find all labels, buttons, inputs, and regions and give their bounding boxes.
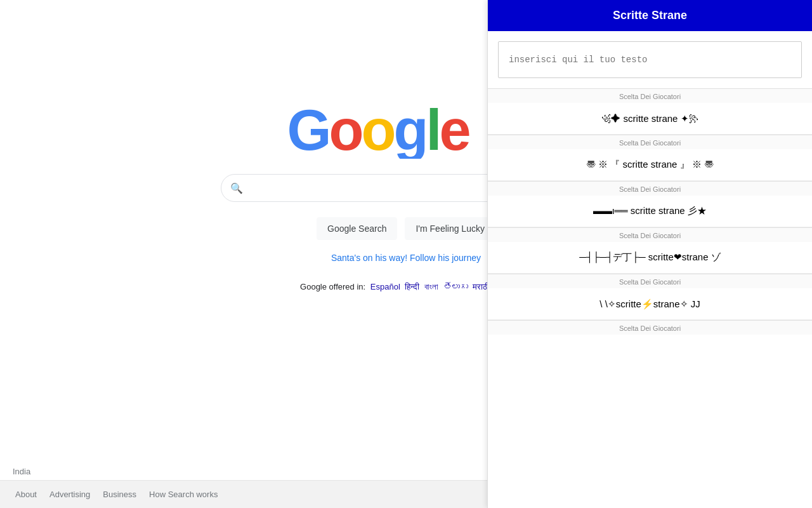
section-label-4: Scelta Dei Giocatori: [488, 228, 812, 242]
offered-in-label: Google offered in:: [300, 282, 365, 291]
panel-content[interactable]: Scelta Dei Giocatori ꧁✦ scritte strane ✦…: [488, 88, 812, 508]
style-option-4[interactable]: ─┤├─┤デ丁├─ scritte❤strane ゾ: [488, 242, 812, 274]
panel-header: Scritte Strane: [488, 0, 812, 31]
country-label: India: [13, 467, 30, 476]
style-option-3[interactable]: ▬▬ι══ scritte strane 彡★: [488, 196, 812, 227]
santa-link[interactable]: Santa's on his way! Follow his journey: [331, 253, 481, 263]
im-feeling-lucky-button[interactable]: I'm Feeling Lucky: [405, 217, 495, 240]
footer-about[interactable]: About: [15, 490, 37, 499]
footer-advertising[interactable]: Advertising: [49, 490, 90, 499]
scritte-strane-panel: Scritte Strane Scelta Dei Giocatori ꧁✦ s…: [487, 0, 812, 508]
search-icon: 🔍: [230, 182, 243, 194]
style-section-2: Scelta Dei Giocatori 〠 ※ 『 scritte stran…: [488, 135, 812, 181]
section-label-1: Scelta Dei Giocatori: [488, 89, 812, 103]
section-label-2: Scelta Dei Giocatori: [488, 135, 812, 149]
style-option-2[interactable]: 〠 ※ 『 scritte strane 』 ※ 〠: [488, 149, 812, 181]
search-buttons-container: Google Search I'm Feeling Lucky: [317, 217, 495, 240]
logo-letter-o2: o: [362, 102, 394, 159]
logo-letter-g: G: [287, 102, 329, 159]
lang-bangla[interactable]: বাংলা: [424, 282, 438, 291]
panel-text-input[interactable]: [498, 41, 802, 78]
logo-letter-g2: g: [393, 102, 426, 159]
lang-telugu[interactable]: తెలుగు: [443, 282, 468, 291]
style-section-4: Scelta Dei Giocatori ─┤├─┤デ丁├─ scritte❤s…: [488, 227, 812, 274]
style-option-1[interactable]: ꧁✦ scritte strane ✦꧂: [488, 103, 812, 135]
google-search-button[interactable]: Google Search: [317, 217, 397, 240]
style-text-2: 〠 ※ 『 scritte strane 』 ※ 〠: [586, 159, 714, 171]
style-section-1: Scelta Dei Giocatori ꧁✦ scritte strane ✦…: [488, 88, 812, 135]
lang-hindi[interactable]: हिन्दी: [405, 282, 419, 291]
section-label-3: Scelta Dei Giocatori: [488, 182, 812, 196]
footer-how-search-works[interactable]: How Search works: [149, 490, 218, 499]
style-section-6: Scelta Dei Giocatori: [488, 320, 812, 335]
logo-letter-l: l: [426, 102, 439, 159]
lang-espanol[interactable]: Español: [370, 282, 400, 291]
style-section-5: Scelta Dei Giocatori \ \✧scritte⚡strane✧…: [488, 274, 812, 320]
footer-business[interactable]: Business: [103, 490, 136, 499]
style-option-5[interactable]: \ \✧scritte⚡strane✧ JJ: [488, 288, 812, 320]
style-text-5: \ \✧scritte⚡strane✧ JJ: [599, 298, 700, 310]
santa-notice: Santa's on his way! Follow his journey: [331, 253, 481, 263]
footer-left: About Advertising Business How Search wo…: [15, 490, 218, 499]
section-label-5: Scelta Dei Giocatori: [488, 274, 812, 288]
offered-in: Google offered in: Español हिन्दी বাংলা …: [300, 282, 512, 292]
style-text-3: ▬▬ι══ scritte strane 彡★: [593, 205, 707, 217]
style-text-4: ─┤├─┤デ丁├─ scritte❤strane ゾ: [579, 251, 720, 264]
style-text-1: ꧁✦ scritte strane ✦꧂: [601, 113, 698, 124]
logo-letter-e: e: [439, 102, 468, 159]
panel-input-area: [488, 31, 812, 88]
style-section-3: Scelta Dei Giocatori ▬▬ι══ scritte stran…: [488, 181, 812, 227]
logo-letter-o1: o: [329, 102, 362, 159]
section-label-6: Scelta Dei Giocatori: [488, 321, 812, 335]
